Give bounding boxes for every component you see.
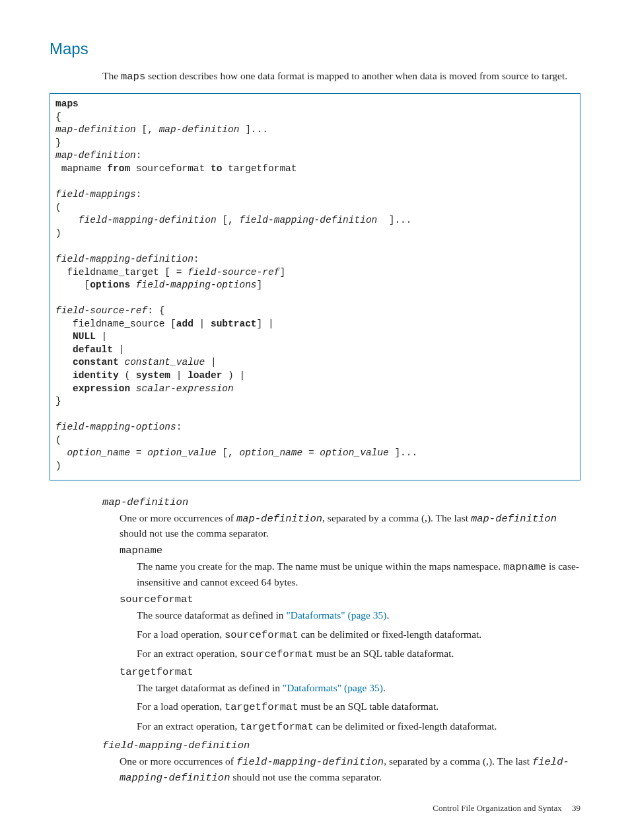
code-token: field-source-ref	[188, 267, 279, 278]
code-token: map-definition	[55, 150, 136, 161]
inline-code: targetformat	[240, 721, 314, 733]
code-token: subtract	[211, 319, 257, 329]
desc-sourceformat-3: For an extract operation, sourceformat m…	[137, 646, 580, 662]
desc-field-mapping-definition: One or more occurrences of field-mapping…	[120, 754, 580, 785]
code-token	[55, 215, 79, 225]
code-token: NULL	[73, 331, 96, 342]
code-token: loader	[188, 370, 222, 381]
code-token: field-mapping-definition	[79, 215, 217, 225]
code-token	[130, 383, 136, 394]
code-token: )	[55, 228, 61, 239]
code-token: map-definition	[159, 124, 240, 135]
code-token	[55, 357, 73, 367]
text: For a load operation,	[137, 629, 225, 640]
code-token: }	[55, 137, 61, 148]
code-token: field-mappings	[55, 189, 136, 200]
desc-sourceformat-1: The source dataformat as defined in "Dat…	[137, 608, 580, 623]
inline-code: map-definition	[236, 513, 322, 525]
text: , separated by a comma (,). The last	[322, 512, 471, 523]
code-token: [,	[136, 124, 159, 135]
desc-sourceformat-2: For a load operation, sourceformat can b…	[137, 627, 580, 642]
inline-code: targetformat	[225, 701, 298, 713]
code-token: field-mapping-options	[55, 422, 176, 432]
text: .	[383, 682, 386, 693]
code-token: constant	[73, 357, 119, 367]
code-token: ]...	[377, 215, 411, 225]
code-token: ]	[279, 267, 285, 278]
desc-targetformat-2: For a load operation, targetformat must …	[137, 699, 580, 714]
text: must be an SQL table dataformat.	[298, 701, 439, 712]
code-token: ]	[257, 280, 263, 290]
code-token: field-mapping-options	[136, 280, 257, 290]
code-token: targetformat	[222, 163, 297, 174]
code-token	[55, 383, 73, 394]
code-token: |	[96, 331, 107, 342]
code-token: :	[136, 189, 142, 200]
code-token: (	[119, 370, 136, 381]
code-token: add	[176, 319, 193, 329]
inline-code: mapname	[503, 561, 546, 573]
footer-text: Control File Organization and Syntax	[433, 803, 561, 813]
code-token: fieldname_source [	[55, 319, 176, 329]
desc-mapname: The name you create for the map. The nam…	[137, 559, 580, 590]
code-token: maps	[55, 98, 79, 109]
code-token: fieldname_target [ =	[55, 267, 188, 278]
text: For an extract operation,	[137, 648, 240, 659]
text: can be delimited or fixed-length datafor…	[314, 720, 497, 732]
code-token: [,	[217, 447, 240, 458]
code-token: ]...	[239, 124, 268, 135]
page-footer: Control File Organization and Syntax 39	[433, 803, 580, 814]
code-token: {	[55, 112, 61, 122]
code-token: scalar-expression	[136, 383, 234, 394]
code-token: field-source-ref	[55, 305, 147, 316]
code-token	[55, 331, 73, 342]
term-mapname: mapname	[120, 545, 580, 556]
code-token: [,	[217, 215, 240, 225]
section-heading: Maps	[50, 40, 580, 58]
code-token: field-mapping-definition	[55, 254, 193, 264]
page-number: 39	[572, 803, 580, 813]
code-token: |	[170, 370, 188, 381]
code-token: constant_value	[124, 357, 205, 367]
link-dataformats[interactable]: "Dataformats" (page 35)	[283, 682, 383, 693]
code-token: ) |	[222, 370, 245, 381]
code-token: |	[205, 357, 216, 367]
term-targetformat: targetformat	[120, 666, 580, 678]
intro-text-post: section describes how one data format is…	[145, 70, 567, 81]
syntax-codebox: maps { map-definition [, map-definition …	[50, 93, 580, 480]
code-token: |	[113, 344, 124, 355]
code-token: map-definition	[55, 124, 136, 135]
code-token: options	[90, 280, 130, 290]
code-token	[130, 280, 136, 290]
text: must be an SQL table dataformat.	[314, 648, 454, 659]
code-token: to	[211, 163, 222, 174]
code-token: option_name = option_value	[239, 447, 388, 458]
code-token: ]...	[389, 447, 418, 458]
code-token: )	[55, 461, 61, 471]
code-token: (	[55, 435, 61, 445]
link-dataformats[interactable]: "Dataformats" (page 35)	[286, 609, 386, 621]
code-token: (	[55, 202, 61, 213]
text: For a load operation,	[137, 701, 225, 712]
code-token: :	[136, 150, 142, 161]
desc-targetformat-1: The target dataformat as defined in "Dat…	[137, 681, 580, 695]
text: For an extract operation,	[137, 720, 240, 732]
code-token: ] |	[257, 319, 274, 329]
term-map-definition: map-definition	[102, 496, 580, 508]
intro-text-pre: The	[102, 70, 121, 81]
desc-map-definition: One or more occurrences of map-definitio…	[120, 511, 580, 541]
text: One or more occurrences of	[120, 755, 236, 767]
inline-code: sourceformat	[240, 648, 314, 660]
code-token: identity	[73, 370, 119, 381]
desc-targetformat-3: For an extract operation, targetformat c…	[137, 719, 580, 734]
text: One or more occurrences of	[120, 512, 236, 523]
code-token: [	[55, 280, 90, 290]
code-token: sourceformat	[130, 163, 211, 174]
intro-paragraph: The maps section describes how one data …	[102, 69, 580, 85]
code-token: field-mapping-definition	[239, 215, 377, 225]
code-token	[55, 344, 73, 355]
code-token	[55, 370, 73, 381]
code-token: default	[73, 344, 113, 355]
intro-code: maps	[121, 71, 145, 83]
code-token: |	[193, 319, 211, 329]
